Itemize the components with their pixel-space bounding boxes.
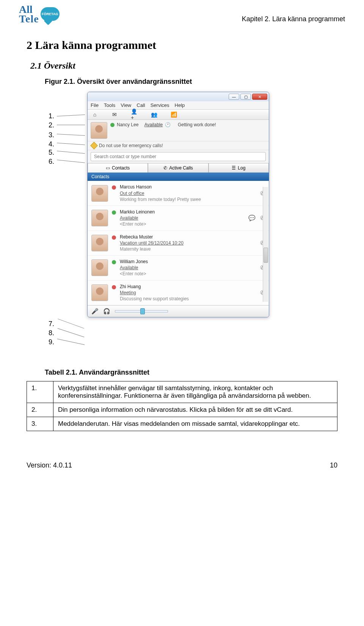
message-text: Do not use for emergency calls! bbox=[99, 143, 163, 148]
heading-section: 2.1 Översikt bbox=[27, 61, 337, 71]
contact-list: Marcus Hanson Out of office Working from… bbox=[88, 181, 269, 305]
avatar[interactable] bbox=[91, 210, 108, 226]
tab-log[interactable]: ☰ Log bbox=[209, 163, 269, 173]
slider-thumb[interactable] bbox=[140, 308, 145, 314]
logo-line2: Tele bbox=[19, 14, 39, 24]
contact-status: Vacation until 26/12/2014 10:20 bbox=[120, 240, 256, 246]
contact-note: Maternity leave bbox=[120, 246, 256, 252]
table-caption: Tabell 2.1. Användargränssnittet bbox=[45, 369, 337, 377]
contact-info: Markko Leinonen Available <Enter note> bbox=[120, 209, 245, 227]
callout-3: 3. bbox=[49, 131, 54, 139]
search-input[interactable] bbox=[91, 152, 266, 161]
presence-dot-icon bbox=[112, 285, 116, 289]
table-cell-desc: Verktygsfältet innehåller genvägar till … bbox=[53, 381, 337, 403]
contact-row[interactable]: Zhi Huang Meeting Discussing new support… bbox=[88, 281, 269, 306]
menu-tools[interactable]: Tools bbox=[104, 102, 115, 108]
tab-label: Log bbox=[238, 165, 245, 171]
titlebar: — ▢ ✕ bbox=[88, 92, 269, 101]
callout-2: 2. bbox=[49, 121, 54, 129]
scrollbar[interactable] bbox=[263, 187, 268, 302]
contact-note: Working from remote today! Pretty swee bbox=[120, 196, 256, 202]
chat-icon[interactable]: 💬 bbox=[248, 215, 256, 221]
maximize-button[interactable]: ▢ bbox=[240, 94, 251, 100]
menubar: File Tools View Call Services Help bbox=[88, 101, 269, 109]
profile-note: Getting work done! bbox=[178, 122, 216, 127]
profile-row: Nancy Lee Available 🕐 Getting work done! bbox=[88, 120, 269, 141]
profile-status[interactable]: Available bbox=[144, 122, 163, 127]
logo-text: All Tele bbox=[19, 5, 39, 24]
page-number: 10 bbox=[330, 461, 337, 469]
contact-row[interactable]: Rebecka Muster Vacation until 26/12/2014… bbox=[88, 231, 269, 256]
signal-icon[interactable]: 📶 bbox=[170, 111, 177, 118]
contact-row[interactable]: Marcus Hanson Out of office Working from… bbox=[88, 181, 269, 206]
table-cell-desc: Din personliga information och närvarost… bbox=[53, 403, 337, 417]
page-footer: Version: 4.0.11 10 bbox=[0, 439, 364, 479]
info-table: 1. Verktygsfältet innehåller genvägar ti… bbox=[27, 381, 337, 431]
toolbar: ⌂ ✉ 👤+ 👥 📶 bbox=[88, 109, 269, 120]
minimize-button[interactable]: — bbox=[229, 94, 239, 100]
presence-dot-icon bbox=[110, 123, 115, 127]
headset-icon[interactable]: 🎧 bbox=[103, 308, 110, 315]
contact-row[interactable]: William Jones Available <Enter note> ✆ bbox=[88, 256, 269, 281]
menu-services[interactable]: Services bbox=[151, 102, 169, 108]
table-cell-num: 2. bbox=[27, 403, 53, 417]
contact-info: Marcus Hanson Out of office Working from… bbox=[120, 184, 256, 202]
mic-icon[interactable]: 🎤 bbox=[91, 308, 99, 315]
chapter-reference: Kapitel 2. Lära känna programmet bbox=[242, 5, 345, 23]
group-icon[interactable]: 👥 bbox=[151, 111, 157, 118]
contact-info: Rebecka Muster Vacation until 26/12/2014… bbox=[120, 234, 256, 253]
add-user-icon[interactable]: 👤+ bbox=[131, 111, 138, 118]
close-button[interactable]: ✕ bbox=[252, 94, 267, 100]
scroll-thumb[interactable] bbox=[264, 248, 268, 263]
figure-caption: Figur 2.1. Översikt över användargränssn… bbox=[27, 78, 337, 86]
callout-8: 8. bbox=[49, 329, 54, 337]
callout-6: 6. bbox=[49, 158, 54, 166]
contact-status: Available bbox=[120, 265, 256, 271]
callout-7: 7. bbox=[49, 320, 54, 328]
contact-name: Markko Leinonen bbox=[120, 209, 245, 215]
tab-label: Contacts bbox=[112, 165, 130, 171]
logo-bubble: FÖRETAG bbox=[41, 7, 60, 21]
menu-view[interactable]: View bbox=[121, 102, 131, 108]
callout-4: 4. bbox=[49, 140, 54, 148]
avatar[interactable] bbox=[91, 122, 107, 139]
table-cell-num: 3. bbox=[27, 417, 53, 431]
table-row: 2. Din personliga information och närvar… bbox=[27, 403, 337, 417]
tabs-row: ▭ Contacts ✆ Active Calls ☰ Log bbox=[88, 163, 269, 173]
avatar[interactable] bbox=[91, 185, 108, 202]
contact-note: <Enter note> bbox=[120, 271, 256, 277]
search-row bbox=[88, 150, 269, 163]
tab-label: Active Calls bbox=[169, 165, 193, 171]
presence-dot-icon bbox=[112, 260, 116, 264]
presence-dot-icon bbox=[112, 210, 116, 215]
menu-call[interactable]: Call bbox=[136, 102, 145, 108]
menu-help[interactable]: Help bbox=[175, 102, 185, 108]
mail-icon[interactable]: ✉ bbox=[111, 111, 118, 118]
avatar[interactable] bbox=[91, 259, 108, 276]
id-card-icon: ▭ bbox=[106, 165, 110, 171]
contact-name: William Jones bbox=[120, 259, 256, 265]
contact-info: William Jones Available <Enter note> bbox=[120, 259, 256, 277]
contact-info: Zhi Huang Meeting Discussing new support… bbox=[120, 284, 256, 302]
bottom-bar: 🎤 🎧 bbox=[88, 305, 269, 317]
contact-row[interactable]: Markko Leinonen Available <Enter note> 💬… bbox=[88, 206, 269, 231]
profile-name: Nancy Lee bbox=[117, 122, 138, 127]
warning-icon bbox=[90, 142, 98, 149]
table-cell-desc: Meddelanderutan. Här visas meddelanden o… bbox=[53, 417, 337, 431]
avatar[interactable] bbox=[91, 235, 108, 251]
app-window: — ▢ ✕ File Tools View Call Services Help… bbox=[87, 92, 269, 317]
list-icon: ☰ bbox=[232, 165, 236, 171]
volume-slider[interactable] bbox=[115, 310, 168, 312]
tab-active-calls[interactable]: ✆ Active Calls bbox=[148, 163, 208, 173]
callout-9: 9. bbox=[49, 338, 54, 346]
message-row: Do not use for emergency calls! bbox=[88, 141, 269, 150]
menu-file[interactable]: File bbox=[91, 102, 99, 108]
profile-info: Nancy Lee Available 🕐 Getting work done! bbox=[110, 122, 266, 139]
page-header: All Tele FÖRETAG Kapitel 2. Lära känna p… bbox=[0, 0, 364, 24]
avatar[interactable] bbox=[91, 284, 108, 301]
tab-contacts[interactable]: ▭ Contacts bbox=[88, 163, 148, 173]
contact-note: Discussing new support strategies bbox=[120, 296, 256, 302]
callout-1: 1. bbox=[49, 112, 54, 120]
contact-name: Rebecka Muster bbox=[120, 234, 256, 240]
home-icon[interactable]: ⌂ bbox=[91, 111, 98, 118]
